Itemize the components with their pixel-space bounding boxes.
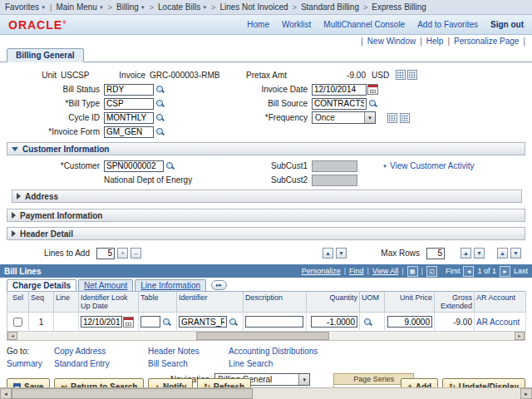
scroll-right-icon[interactable]: ►: [520, 388, 532, 399]
next-row-icon[interactable]: ►: [500, 266, 510, 277]
breadcrumb-separator: >: [150, 3, 154, 12]
previous-row-icon[interactable]: ◄: [463, 266, 474, 277]
cycle-id-input[interactable]: [104, 112, 154, 124]
quantity-input[interactable]: [311, 316, 357, 328]
customer-label: *Customer: [0, 161, 104, 170]
calendar-icon[interactable]: [123, 317, 134, 328]
currency-detail-grid-icon[interactable]: [407, 70, 417, 80]
section-customer-information[interactable]: Customer Information: [7, 142, 525, 155]
bill-type-input[interactable]: [104, 98, 154, 110]
accounting-distributions-link[interactable]: Accounting Distributions: [229, 347, 532, 356]
scroll-prev-icon[interactable]: ▼: [474, 248, 485, 259]
header-notes-link[interactable]: Header Notes: [148, 347, 229, 356]
worklist-link[interactable]: Worklist: [282, 20, 311, 29]
bill-source-lookup-icon[interactable]: [367, 98, 378, 109]
breadcrumb-item-locate-bills[interactable]: Locate Bills ▼: [158, 2, 207, 12]
summary-link[interactable]: Summary: [7, 359, 54, 368]
customer-lookup-icon[interactable]: [165, 160, 175, 171]
sign-out-link[interactable]: Sign out: [490, 20, 524, 29]
multichannel-console-link[interactable]: MultiChannel Console: [323, 20, 405, 29]
show-all-columns-icon[interactable]: ▸▸: [211, 280, 227, 290]
copy-schedule-icon[interactable]: [400, 113, 410, 123]
separator: |: [401, 267, 403, 275]
invoice-date-input[interactable]: [312, 84, 367, 96]
breadcrumb-item-favorites[interactable]: Favorites ▼: [5, 2, 46, 12]
invoice-form-input[interactable]: [104, 126, 154, 138]
scroll-left-icon[interactable]: ◄: [7, 332, 17, 340]
breadcrumb-item-main-menu[interactable]: Main Menu ▼: [56, 2, 103, 12]
lines-to-add-input[interactable]: [96, 248, 115, 259]
description-input[interactable]: [245, 316, 303, 328]
scroll-left-icon[interactable]: ◄: [0, 388, 12, 399]
lookup-date-input[interactable]: [81, 316, 122, 328]
bill-summary-grid-icon[interactable]: [396, 70, 406, 80]
schedule-table-icon[interactable]: [387, 113, 397, 123]
personalize-link[interactable]: Personalize: [302, 267, 341, 275]
frequency-dropdown[interactable]: Once ▼: [312, 111, 376, 124]
breadcrumb-item-express-billing[interactable]: Express Billing: [372, 2, 426, 12]
breadcrumb-separator: >: [293, 3, 297, 12]
cycle-id-lookup-icon[interactable]: [155, 112, 165, 123]
scrollbar-thumb[interactable]: [12, 388, 253, 399]
grid-horizontal-scrollbar[interactable]: ◄ ►: [7, 332, 525, 341]
grid-scroll-down-icon[interactable]: ▼: [336, 248, 347, 259]
help-link[interactable]: Help: [426, 37, 444, 46]
personalize-page-link[interactable]: Personalize Page: [454, 37, 519, 46]
line-search-link[interactable]: Line Search: [229, 359, 532, 368]
tab-net-amount[interactable]: Net Amount: [78, 279, 133, 291]
separator: |: [344, 267, 346, 275]
identifier-lookup-icon[interactable]: [228, 317, 239, 328]
bill-type-lookup-icon[interactable]: [155, 98, 165, 109]
view-all-link[interactable]: View All: [372, 267, 398, 275]
section-header-detail[interactable]: Header Detail: [7, 227, 525, 240]
table-lookup-icon[interactable]: [161, 317, 172, 328]
scrollbar-track[interactable]: [17, 332, 515, 340]
bill-source-input[interactable]: [312, 98, 367, 110]
section-address[interactable]: Address: [12, 190, 522, 203]
row-select-checkbox[interactable]: [13, 318, 22, 327]
download-grid-icon[interactable]: ▦: [407, 266, 418, 277]
col-uom: UOM: [360, 292, 385, 313]
grid-scroll-up-icon[interactable]: ▲: [323, 248, 333, 259]
zoom-grid-icon[interactable]: ◱: [426, 266, 437, 277]
delete-row-button[interactable]: –: [131, 248, 141, 259]
scroll-right-icon[interactable]: ►: [515, 332, 525, 340]
copy-address-link[interactable]: Copy Address: [54, 347, 148, 356]
unit-price-input[interactable]: [387, 316, 432, 328]
invoice-date-label: Invoice Date: [249, 85, 312, 94]
customer-input[interactable]: [104, 160, 164, 172]
standard-entry-link[interactable]: Standard Entry: [54, 359, 148, 368]
home-link[interactable]: Home: [247, 20, 269, 29]
breadcrumb-item-standard-billing[interactable]: Standard Billing: [301, 2, 359, 12]
calendar-icon[interactable]: [367, 84, 378, 95]
add-row-button[interactable]: +: [117, 248, 128, 259]
view-customer-activity-link[interactable]: View Customer Activity: [390, 161, 475, 170]
related-actions-icon[interactable]: ▼: [382, 164, 387, 169]
tab-billing-general[interactable]: Billing General: [7, 48, 84, 62]
max-rows-input[interactable]: [426, 248, 445, 259]
tab-line-information[interactable]: Line Information: [135, 279, 206, 291]
customer-row: *Customer SubCust1 ▼ View Customer Activ…: [0, 159, 532, 173]
section-payment-information[interactable]: Payment Information: [7, 209, 525, 222]
find-link[interactable]: Find: [349, 267, 364, 275]
breadcrumb-item-lines-not-invoiced[interactable]: Lines Not Invoiced: [219, 2, 288, 12]
bill-search-link[interactable]: Bill Search: [148, 359, 229, 368]
new-window-link[interactable]: New Window: [367, 37, 416, 46]
scrollbar-thumb[interactable]: [196, 332, 329, 340]
scrollbar-track[interactable]: [12, 388, 520, 399]
window-horizontal-scrollbar[interactable]: ◄ ►: [0, 387, 532, 399]
scroll-first-icon[interactable]: ▲: [461, 248, 471, 259]
breadcrumb-item-billing[interactable]: Billing ▼: [116, 2, 145, 12]
bill-status-input[interactable]: [104, 84, 154, 96]
scroll-next-icon[interactable]: ▲: [497, 248, 508, 259]
add-to-favorites-link[interactable]: Add to Favorites: [417, 20, 478, 29]
scroll-last-icon[interactable]: ▼: [510, 248, 521, 259]
tab-charge-details[interactable]: Charge Details: [7, 279, 76, 291]
invoice-form-lookup-icon[interactable]: [155, 126, 165, 137]
uom-lookup-icon[interactable]: [362, 317, 373, 328]
bill-status-lookup-icon[interactable]: [155, 84, 165, 95]
identifier-input[interactable]: [179, 316, 227, 328]
ar-account-link[interactable]: AR Account: [476, 318, 520, 327]
customer-name-row: National Dept of Energy SubCust2: [0, 173, 532, 187]
table-input[interactable]: [140, 316, 160, 328]
